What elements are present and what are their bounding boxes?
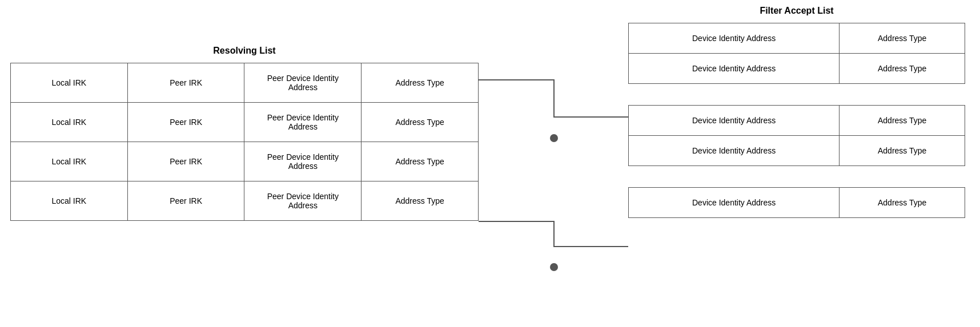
resolving-cell-2-4: Address Type: [362, 103, 479, 142]
connector-dot-1: [550, 134, 558, 142]
filter-cell-7-1: Device Identity Address: [629, 188, 840, 218]
resolving-cell-2-3: Peer Device Identity Address: [244, 103, 362, 142]
filter-cell-1-1: Device Identity Address: [629, 23, 840, 54]
resolving-cell-2-1: Local IRK: [11, 103, 128, 142]
filter-gap-cell-1: [629, 84, 965, 106]
resolving-cell-3-3: Peer Device Identity Address: [244, 142, 362, 181]
resolving-table: Local IRK Peer IRK Peer Device Identity …: [10, 63, 479, 221]
resolving-row-4: Local IRK Peer IRK Peer Device Identity …: [11, 181, 479, 221]
resolving-cell-4-3: Peer Device Identity Address: [244, 181, 362, 221]
connector-dot-2: [550, 263, 558, 271]
filter-row-5: Device Identity Address Address Type: [629, 136, 965, 166]
filter-gap-cell-2: [629, 166, 965, 188]
resolving-list: Resolving List Local IRK Peer IRK Peer D…: [10, 46, 479, 221]
resolving-cell-4-4: Address Type: [362, 181, 479, 221]
diagram-container: Resolving List Local IRK Peer IRK Peer D…: [0, 0, 980, 327]
filter-row-4: Device Identity Address Address Type: [629, 106, 965, 136]
resolving-cell-4-2: Peer IRK: [127, 181, 244, 221]
filter-accept-list: Filter Accept List Device Identity Addre…: [628, 6, 965, 218]
filter-row-2: Device Identity Address Address Type: [629, 54, 965, 84]
filter-cell-4-2: Address Type: [840, 106, 965, 136]
resolving-cell-3-1: Local IRK: [11, 142, 128, 181]
resolving-cell-2-2: Peer IRK: [127, 103, 244, 142]
filter-gap-row-2: [629, 166, 965, 188]
filter-cell-2-1: Device Identity Address: [629, 54, 840, 84]
filter-row-7: Device Identity Address Address Type: [629, 188, 965, 218]
resolving-row-1: Local IRK Peer IRK Peer Device Identity …: [11, 63, 479, 103]
resolving-cell-3-4: Address Type: [362, 142, 479, 181]
filter-cell-5-2: Address Type: [840, 136, 965, 166]
connector-line-2: [479, 221, 628, 247]
connector-line-1: [479, 80, 628, 117]
resolving-cell-1-2: Peer IRK: [127, 63, 244, 103]
filter-cell-2-2: Address Type: [840, 54, 965, 84]
filter-cell-7-2: Address Type: [840, 188, 965, 218]
resolving-cell-1-1: Local IRK: [11, 63, 128, 103]
resolving-cell-1-4: Address Type: [362, 63, 479, 103]
filter-row-1: Device Identity Address Address Type: [629, 23, 965, 54]
filter-gap-row-1: [629, 84, 965, 106]
filter-cell-4-1: Device Identity Address: [629, 106, 840, 136]
resolving-cell-1-3: Peer Device Identity Address: [244, 63, 362, 103]
resolving-row-2: Local IRK Peer IRK Peer Device Identity …: [11, 103, 479, 142]
resolving-list-title: Resolving List: [10, 46, 479, 56]
filter-cell-1-2: Address Type: [840, 23, 965, 54]
filter-table: Device Identity Address Address Type Dev…: [628, 23, 965, 218]
resolving-cell-3-2: Peer IRK: [127, 142, 244, 181]
filter-accept-title: Filter Accept List: [628, 6, 965, 16]
resolving-cell-4-1: Local IRK: [11, 181, 128, 221]
filter-cell-5-1: Device Identity Address: [629, 136, 840, 166]
resolving-row-3: Local IRK Peer IRK Peer Device Identity …: [11, 142, 479, 181]
